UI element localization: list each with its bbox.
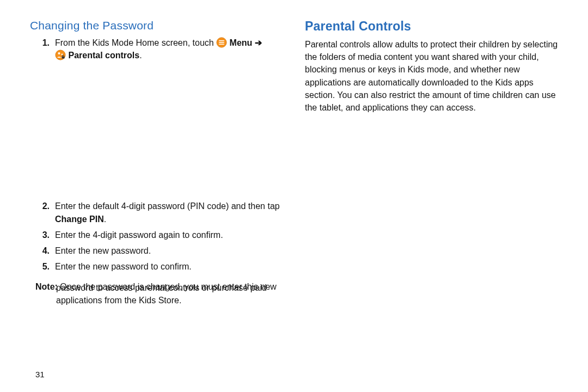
step-body: Enter the new password to confirm. <box>55 260 280 273</box>
svg-rect-7 <box>62 57 65 59</box>
svg-rect-1 <box>219 40 224 41</box>
svg-point-5 <box>58 52 60 54</box>
left-column: Changing the Password 1. From the Kids M… <box>30 19 297 387</box>
step-body: Enter the default 4-digit password (PIN … <box>55 200 280 225</box>
step-4: 4. Enter the new password. <box>30 244 280 257</box>
step-number: 2. <box>30 200 55 225</box>
steps-list-cont: 2. Enter the default 4-digit password (P… <box>30 200 280 273</box>
step-number: 3. <box>30 229 55 241</box>
page-number: 31 <box>35 370 45 379</box>
step-number: 5. <box>30 260 55 273</box>
step1-parental-label: Parental controls <box>68 51 139 60</box>
period: . <box>139 51 142 60</box>
menu-icon <box>216 37 227 48</box>
step1-text: From the Kids Mode Home screen, touch <box>55 38 214 47</box>
arrow-icon: ➔ <box>255 38 262 47</box>
vertical-gap <box>30 65 280 200</box>
step-5: 5. Enter the new password to confirm. <box>30 260 280 273</box>
step-body: Enter the 4-digit password again to conf… <box>55 229 280 241</box>
step-body: From the Kids Mode Home screen, touch Me… <box>55 36 280 62</box>
step-2: 2. Enter the default 4-digit password (P… <box>30 200 280 225</box>
step-3: 3. Enter the 4-digit password again to c… <box>30 229 280 241</box>
step-1: 1. From the Kids Mode Home screen, touch… <box>30 36 280 62</box>
note-block: Note: Once the password is changed, you … <box>30 280 280 307</box>
parental-controls-icon <box>55 50 66 60</box>
note-label: Note: <box>35 282 58 291</box>
step-number: 1. <box>30 36 55 62</box>
step2-change-pin: Change PIN <box>55 215 104 224</box>
right-column: Parental Controls Parental controls allo… <box>297 19 564 387</box>
step2-text-c: . <box>104 215 106 224</box>
svg-rect-3 <box>219 44 224 45</box>
parental-controls-paragraph: Parental controls allow adults to protec… <box>305 38 564 114</box>
step1-menu-label: Menu <box>230 38 253 47</box>
heading-parental-controls: Parental Controls <box>305 19 564 34</box>
step-body: Enter the new password. <box>55 244 280 257</box>
svg-rect-2 <box>219 42 224 43</box>
document-page: Changing the Password 1. From the Kids M… <box>0 0 588 392</box>
note-body: password to access parental controls or … <box>35 281 280 307</box>
steps-list: 1. From the Kids Mode Home screen, touch… <box>30 36 280 62</box>
step2-text-a: Enter the default 4-digit password (PIN … <box>55 201 280 211</box>
heading-changing-password: Changing the Password <box>30 19 280 32</box>
step-number: 4. <box>30 244 55 257</box>
